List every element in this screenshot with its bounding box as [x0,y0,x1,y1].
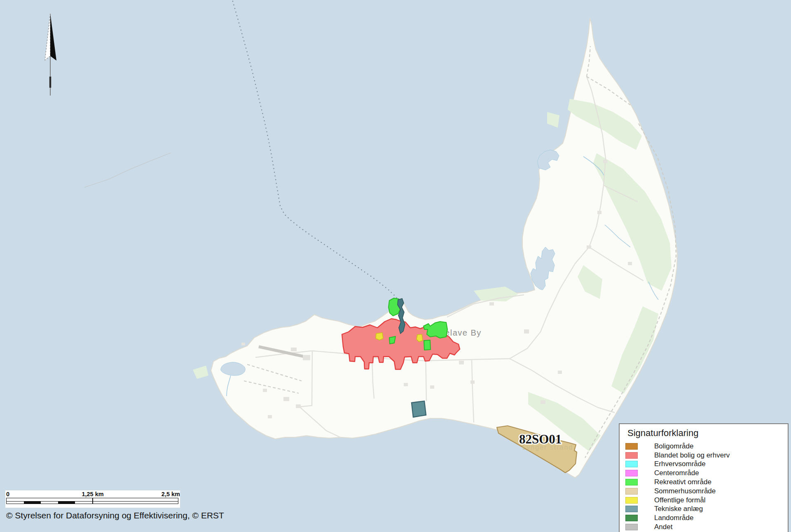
zone-public-west [376,333,383,340]
legend-item: Landområde [620,513,788,523]
zone-recreational-south [424,340,431,350]
legend-swatch [625,506,638,512]
legend-item: Erhvervsområde [620,460,788,469]
scale-label-mid: 1,25 km [82,491,103,497]
legend-item-label: Rekreativt område [654,478,711,486]
legend-swatch [625,515,638,521]
legend-item: Offentlige formål [620,496,788,505]
scale-label-end: 2,5 km [161,491,180,497]
legend-swatch [625,461,638,467]
scale-bar-graphic [6,498,178,504]
legend-panel: Signaturforklaring Boligområde Blandet b… [619,423,789,532]
legend-swatch [625,497,638,504]
legend-item: Tekniske anlæg [620,505,788,514]
legend-item-label: Andet [654,523,672,531]
legend-item: Blandet bolig og erhverv [620,451,788,460]
scale-bar-labels: 0 1,25 km 2,5 km [5,490,180,497]
legend-item-label: Erhvervsområde [654,460,706,468]
map-export-page: { "map": { "town_label": "Endelave By", … [0,0,791,532]
legend-item: Boligområde [620,442,788,451]
scale-label-start: 0 [6,491,9,497]
legend-items: Boligområde Blandet bolig og erhverv Erh… [620,442,788,532]
legend-item-label: Landområde [654,514,693,522]
legend-swatch [625,488,638,495]
legend-swatch [625,470,638,476]
legend-item-label: Tekniske anlæg [654,505,703,513]
legend-item-label: Offentlige formål [654,496,705,504]
legend-item: Rekreativt område [620,478,788,487]
legend-item-label: Boligområde [654,442,693,450]
legend-swatch [625,524,638,530]
legend-title: Signaturforklaring [627,428,788,439]
legend-item-label: Centerområde [654,469,699,477]
zone-technical-square [412,401,426,417]
legend-item-label: Blandet bolig og erhverv [654,451,730,460]
zone-public-east [417,334,423,342]
legend-swatch [625,479,638,485]
legend-item: Centerområde [620,469,788,478]
legend-item-label: Sommerhusområde [654,487,716,495]
zone-code-label: 82SO01 [519,432,562,446]
legend-swatch [625,443,638,450]
legend-swatch [625,452,638,459]
copyright-attribution: © Styrelsen for Dataforsyning og Effekti… [6,511,224,520]
legend-item: Andet [620,523,788,532]
scale-bar: 0 1,25 km 2,5 km [5,490,180,508]
zone-recreational-mid [389,336,396,344]
legend-item: Sommerhusområde [620,487,788,496]
